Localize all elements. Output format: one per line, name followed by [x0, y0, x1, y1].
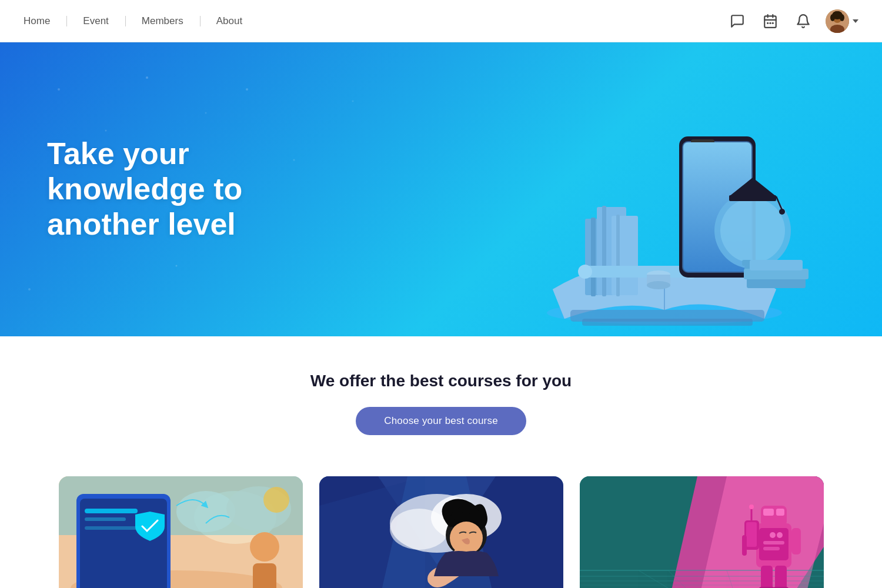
svg-rect-95 [746, 522, 757, 547]
svg-point-22 [28, 288, 31, 290]
svg-rect-102 [775, 566, 787, 588]
card-2-content [319, 476, 563, 588]
nav-home[interactable]: Home [24, 15, 66, 27]
svg-point-13 [833, 11, 842, 17]
navbar: Home Event Members About [0, 0, 882, 42]
svg-point-33 [578, 265, 592, 279]
svg-point-23 [352, 101, 354, 102]
nav-about[interactable]: About [200, 15, 259, 27]
svg-rect-29 [602, 206, 606, 296]
calendar-icon[interactable] [760, 11, 781, 32]
cards-section [0, 459, 882, 588]
chat-icon[interactable] [727, 11, 748, 32]
course-card-3[interactable] [580, 476, 824, 588]
hero-illustration [494, 66, 835, 330]
nav-members[interactable]: Members [125, 15, 200, 27]
user-avatar-wrapper[interactable] [826, 9, 858, 33]
svg-point-14 [58, 88, 60, 91]
main-content: We offer the best courses for you Choose… [0, 336, 882, 459]
nav-links: Home Event Members About [24, 15, 259, 27]
course-card-2[interactable] [319, 476, 563, 588]
svg-rect-0 [764, 16, 776, 28]
svg-point-40 [720, 198, 785, 263]
svg-point-19 [293, 159, 295, 161]
bell-icon[interactable] [793, 11, 814, 32]
card-3-content [580, 476, 824, 588]
svg-rect-30 [612, 216, 638, 295]
svg-rect-101 [761, 566, 773, 588]
svg-point-69 [263, 487, 289, 513]
svg-point-21 [176, 265, 178, 267]
cta-button[interactable]: Choose your best course [356, 407, 526, 435]
svg-rect-68 [253, 563, 276, 588]
svg-point-97 [749, 505, 754, 509]
hero-text: Take your knowledge to another level [47, 136, 242, 242]
avatar [826, 9, 849, 33]
svg-rect-27 [591, 218, 596, 296]
svg-rect-110 [763, 547, 780, 550]
svg-rect-109 [763, 541, 784, 544]
svg-point-76 [390, 509, 449, 550]
svg-point-78 [450, 522, 483, 554]
svg-rect-64 [85, 509, 138, 513]
svg-rect-99 [763, 509, 774, 516]
nav-right [727, 9, 858, 33]
svg-point-17 [205, 112, 207, 114]
svg-point-53 [647, 281, 670, 289]
svg-point-16 [146, 76, 148, 79]
section-title: We offer the best courses for you [12, 372, 870, 390]
nav-event[interactable]: Event [66, 15, 125, 27]
svg-rect-31 [616, 215, 620, 296]
svg-point-15 [105, 130, 107, 132]
svg-rect-32 [585, 266, 691, 278]
svg-point-47 [779, 209, 785, 215]
chevron-down-icon [853, 19, 858, 23]
card-1-content [59, 476, 303, 588]
svg-rect-106 [742, 535, 747, 556]
hero-title: Take your knowledge to another level [47, 136, 242, 242]
svg-rect-100 [776, 509, 784, 516]
svg-rect-65 [85, 517, 126, 521]
svg-rect-55 [582, 319, 753, 326]
svg-point-108 [777, 532, 783, 538]
svg-point-18 [246, 88, 248, 91]
hero-section: Take your knowledge to another level [0, 42, 882, 336]
svg-rect-105 [791, 528, 801, 554]
svg-rect-50 [750, 260, 803, 270]
svg-point-107 [770, 532, 776, 538]
course-card-1[interactable] [59, 476, 303, 588]
svg-point-67 [250, 532, 279, 562]
